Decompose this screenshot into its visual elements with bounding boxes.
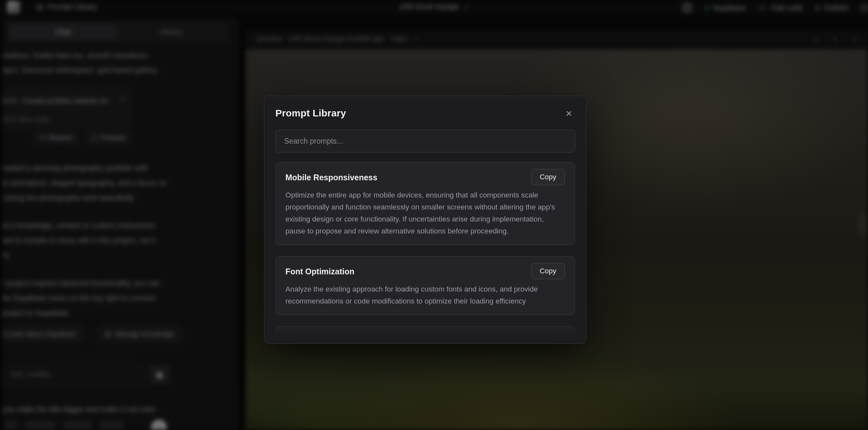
- modal-header: Prompt Library ×: [275, 107, 575, 119]
- modal-title: Prompt Library: [275, 108, 346, 119]
- prompt-card: Font Optimization Copy Analyze the exist…: [275, 256, 575, 315]
- copy-button[interactable]: Copy: [531, 263, 565, 279]
- prompt-card-header: Mobile Responsiveness Copy: [285, 169, 565, 185]
- prompt-description: Analyze the existing approach for loadin…: [285, 283, 565, 307]
- prompt-card-header: Font Optimization Copy: [285, 263, 565, 279]
- prompt-title: Font Optimization: [285, 263, 354, 276]
- app-screen: ▤ Prompt Library urfd-cloud-voyage ∨ ● S…: [0, 0, 868, 430]
- copy-button[interactable]: Copy: [531, 169, 565, 185]
- prompt-title: Mobile Responsiveness: [285, 169, 377, 182]
- prompt-description: Optimize the entire app for mobile devic…: [285, 189, 565, 237]
- prompt-card-partial: [275, 326, 575, 337]
- prompt-library-modal: Prompt Library × Mobile Responsiveness C…: [264, 96, 586, 344]
- prompt-card: Mobile Responsiveness Copy Optimize the …: [275, 162, 575, 245]
- close-icon[interactable]: ×: [563, 107, 575, 119]
- prompt-list: Mobile Responsiveness Copy Optimize the …: [275, 162, 575, 337]
- search-input[interactable]: [275, 130, 575, 152]
